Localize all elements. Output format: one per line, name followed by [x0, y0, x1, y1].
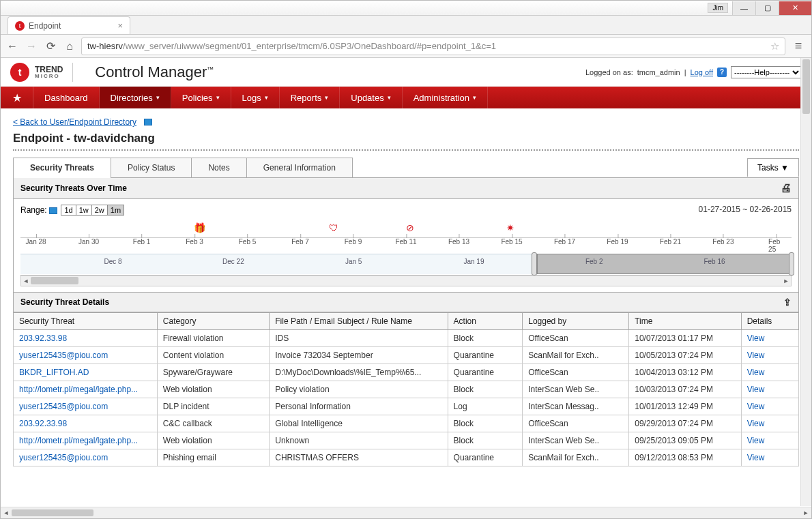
menu-item-administration[interactable]: Administration ▾: [403, 87, 488, 108]
export-icon[interactable]: ⇪: [783, 297, 792, 308]
scroll-thumb[interactable]: [12, 509, 93, 516]
threat-link[interactable]: yuser125435@piou.com: [14, 398, 158, 415]
tab-general-information[interactable]: General Information: [246, 158, 353, 177]
range-2w[interactable]: 2w: [92, 205, 108, 215]
threat-link[interactable]: yuser125435@piou.com: [14, 449, 158, 466]
menu-item-dashboard[interactable]: Dashboard: [33, 87, 100, 108]
cell: Personal Information: [270, 398, 448, 415]
timeline-hscrollbar[interactable]: ◄ ►: [20, 276, 792, 286]
scroll-thumb[interactable]: [802, 59, 810, 114]
window-close-button[interactable]: ✕: [779, 1, 811, 15]
column-header[interactable]: Action: [448, 313, 523, 330]
cell: OfficeScan: [523, 330, 629, 347]
cell: ScanMail for Exch..: [523, 347, 629, 364]
chrome-menu-button[interactable]: ≡: [789, 38, 807, 55]
help-select[interactable]: --------Help--------: [731, 66, 802, 78]
timeline-tick: Feb 19: [607, 238, 628, 246]
menu-item-policies[interactable]: Policies ▾: [171, 87, 231, 108]
view-link[interactable]: View: [741, 381, 798, 398]
overview-tick: Jan 5: [345, 258, 362, 265]
column-header[interactable]: Category: [157, 313, 269, 330]
print-icon[interactable]: 🖨: [781, 182, 792, 194]
selection-handle-left[interactable]: [532, 252, 537, 276]
column-header[interactable]: Security Threat: [14, 313, 158, 330]
threat-link[interactable]: http://lometr.pl/megal/lgate.php...: [14, 432, 158, 449]
gift-icon[interactable]: 🎁: [194, 222, 205, 233]
timeline-tick: Jan 30: [78, 238, 99, 246]
reload-button[interactable]: ⟳: [43, 39, 58, 54]
back-to-directory-link[interactable]: < Back to User/Endpoint Directory: [13, 117, 136, 127]
scroll-left-icon[interactable]: ◄: [1, 507, 12, 518]
back-button[interactable]: ←: [5, 39, 20, 54]
cell: 09/12/2013 08:53 PM: [629, 449, 741, 466]
burst-icon[interactable]: ✷: [506, 222, 514, 233]
cell: Quarantine: [448, 364, 523, 381]
annotation-badge-icon: [144, 119, 152, 125]
timeline-tick: Feb 13: [448, 238, 469, 246]
cell: Web violation: [157, 432, 269, 449]
range-1w[interactable]: 1w: [76, 205, 92, 215]
address-bar[interactable]: tw-hiesrv/www_server/uiwww/segment/01_en…: [81, 38, 785, 55]
threat-link[interactable]: 203.92.33.98: [14, 415, 158, 432]
column-header[interactable]: Time: [629, 313, 741, 330]
scroll-right-icon[interactable]: ►: [800, 507, 811, 518]
scroll-right-icon[interactable]: ►: [781, 276, 791, 286]
view-link[interactable]: View: [741, 432, 798, 449]
column-header[interactable]: File Path / Email Subject / Rule Name: [270, 313, 448, 330]
page-title: Endpoint - tw-davidchang: [13, 132, 799, 145]
range-1d[interactable]: 1d: [61, 205, 76, 215]
tab-close-icon[interactable]: ×: [117, 20, 123, 31]
range-label: Range:: [20, 205, 47, 215]
range-1m[interactable]: 1m: [108, 205, 124, 215]
menu-item-logs[interactable]: Logs ▾: [231, 87, 280, 108]
view-link[interactable]: View: [741, 398, 798, 415]
cell: InterScan Messag..: [523, 398, 629, 415]
home-button[interactable]: ⌂: [62, 39, 77, 54]
view-link[interactable]: View: [741, 449, 798, 466]
browser-tab[interactable]: t Endpoint ×: [8, 16, 130, 34]
threat-link[interactable]: BKDR_LIFTOH.AD: [14, 364, 158, 381]
forward-button[interactable]: →: [24, 39, 39, 54]
overtime-panel-body: Range: 1d1w2w1m 01-27-2015 ~ 02-26-2015 …: [13, 199, 799, 293]
shield-icon[interactable]: 🛡: [329, 222, 338, 233]
alert-icon[interactable]: ⊘: [406, 222, 414, 233]
window-hscrollbar[interactable]: ◄ ►: [1, 507, 811, 518]
threat-link[interactable]: http://lometr.pl/megal/lgate.php...: [14, 381, 158, 398]
tab-notes[interactable]: Notes: [191, 158, 246, 177]
timeline-tick: Feb 23: [712, 238, 734, 246]
view-link[interactable]: View: [741, 347, 798, 364]
cell: Quarantine: [448, 347, 523, 364]
tasks-dropdown-button[interactable]: Tasks ▼: [747, 158, 799, 177]
selection-handle-right[interactable]: [789, 252, 794, 276]
browser-tab-strip: t Endpoint ×: [1, 16, 811, 35]
timeline-tick: Feb 1: [133, 238, 151, 246]
menu-item-reports[interactable]: Reports ▾: [280, 87, 340, 108]
page-tabs: Security ThreatsPolicy StatusNotesGenera…: [13, 158, 799, 178]
column-header[interactable]: Logged by: [523, 313, 629, 330]
logoff-link[interactable]: Log off: [691, 68, 713, 76]
bookmark-star-icon[interactable]: ☆: [770, 40, 779, 53]
scroll-left-icon[interactable]: ◄: [21, 276, 31, 286]
menu-item-updates[interactable]: Updates ▾: [340, 87, 402, 108]
column-header[interactable]: Details: [741, 313, 798, 330]
scroll-thumb[interactable]: [31, 277, 78, 284]
threat-link[interactable]: 203.92.33.98: [14, 330, 158, 347]
view-link[interactable]: View: [741, 330, 798, 347]
overview-selection[interactable]: [537, 254, 792, 274]
view-link[interactable]: View: [741, 364, 798, 381]
window-maximize-button[interactable]: ▢: [755, 1, 779, 15]
menu-item-directories[interactable]: Directories ▾: [100, 87, 171, 108]
help-icon[interactable]: ?: [717, 68, 727, 77]
tab-security-threats[interactable]: Security Threats: [13, 158, 111, 177]
cell: CHRISTMAS OFFERS: [270, 449, 448, 466]
vendor-name: TREND MICRO: [35, 65, 63, 79]
page-vscrollbar[interactable]: [800, 58, 811, 506]
threat-link[interactable]: yuser125435@piou.com: [14, 347, 158, 364]
tab-policy-status[interactable]: Policy Status: [111, 158, 192, 177]
favorites-star-icon[interactable]: ★: [1, 87, 33, 108]
cell: Log: [448, 398, 523, 415]
cell: InterScan Web Se..: [523, 432, 629, 449]
window-minimize-button[interactable]: —: [732, 1, 755, 15]
header-right: Logged on as: tmcm_admin | Log off ? ---…: [585, 66, 802, 78]
view-link[interactable]: View: [741, 415, 798, 432]
